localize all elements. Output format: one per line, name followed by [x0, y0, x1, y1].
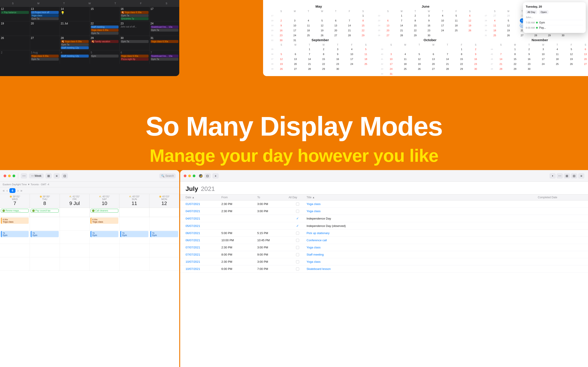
list-row-9[interactable]: 10/07/2021 2:30 PM 3:00 PM Yoga class [180, 258, 588, 265]
time-cell-fri-9a[interactable] [60, 257, 90, 271]
time-cell-fri-7a[interactable] [60, 231, 90, 244]
time-cell-thu-8a[interactable] [30, 244, 60, 257]
cal-event-gym-24[interactable]: Gym 7a [151, 29, 179, 32]
cal-event-pizzanight[interactable]: Pizza night 8p [121, 58, 148, 61]
cal-cell-28[interactable]: 28 🍕 Yoga class 6:30a Gym 7a Staff meeti… [60, 36, 90, 50]
time-cell-thu-630[interactable] [30, 217, 60, 230]
row10-checkbox[interactable] [296, 267, 299, 271]
list-add-button[interactable]: + [212, 173, 219, 179]
time-cell-sat-9a[interactable] [90, 257, 120, 271]
close-button[interactable] [4, 175, 6, 177]
cal-event-gym-22[interactable]: Gym 7a [91, 32, 119, 35]
time-cell-thu-9a[interactable] [30, 257, 60, 271]
list-row-4[interactable]: 05/07/2021 ✓ Independence Day (observed) [180, 222, 588, 230]
list-row-10[interactable]: 10/07/2021 6:00 PM 7:00 PM Skateboard le… [180, 265, 588, 273]
row7-checkbox[interactable] [296, 246, 299, 249]
nav-next-next-button[interactable]: » [20, 189, 22, 193]
event-pay-council[interactable]: 🟢 Pay council tax [31, 209, 59, 213]
open-button[interactable]: Open [539, 10, 549, 14]
allday-sat[interactable]: 🟢 Call cleaners [90, 208, 120, 217]
maximize-button[interactable] [13, 175, 15, 177]
cal-cell-20[interactable]: 20 [30, 21, 60, 36]
nav-prev-prev-button[interactable]: « [3, 189, 5, 193]
time-cell-mon-8a[interactable] [149, 244, 179, 257]
gym-mon[interactable]: 7a Gym [150, 231, 178, 237]
list-row-5[interactable]: 06/07/2021 5:00 PM 5:15 PM Pick up stati… [180, 230, 588, 237]
time-cell-thu-7a[interactable]: 7a Gym [30, 231, 60, 244]
time-cell-fri-630[interactable] [60, 217, 90, 230]
cal-event-staffmeeting-28[interactable]: Staff meeting 12p [61, 46, 89, 49]
time-cell-wed-8a[interactable] [0, 244, 30, 257]
event-call-cleaners[interactable]: 🟢 Call cleaners [91, 209, 118, 213]
time-cell-wed-7a[interactable]: 7a Gym [0, 231, 30, 244]
cal-cell-12[interactable]: 12 ✓ Pay balance [0, 7, 30, 21]
row6-checkbox[interactable] [296, 239, 299, 242]
list-dot-icon[interactable]: • [549, 173, 556, 179]
cal-event-skateboard-7aug[interactable]: Skateboard les... 10a [151, 55, 179, 58]
col-header-from[interactable]: From [221, 196, 257, 199]
cal-cell-3aug[interactable]: 3 Aug Yoga class 6:30a Gym 7a [30, 50, 60, 64]
time-cell-sat-8a[interactable] [90, 244, 120, 257]
cal-event-gym-16[interactable]: Gym 7a [121, 14, 148, 17]
event-renew-mag[interactable]: 🟢 Renew maga... [1, 209, 29, 213]
gym-thu[interactable]: 7a Gym [31, 231, 59, 237]
time-cell-sun-9a[interactable] [120, 257, 149, 271]
sidebar-toggle-button[interactable]: ⋯ [21, 173, 27, 179]
list-row-2[interactable]: 04/07/2021 2:30 PM 3:00 PM Yoga class [180, 208, 588, 215]
col-header-to[interactable]: To [257, 196, 289, 199]
list-maximize-button[interactable] [193, 175, 195, 177]
week-col-thu[interactable]: ☀️ 38°/30° THU 8 [30, 194, 60, 208]
week-col-fri[interactable]: ⛅ 41°/31° FRI 9 Jul [60, 194, 90, 208]
cal-cell-17[interactable]: 17 [150, 7, 180, 21]
cal-cell-29[interactable]: 29 🍕 Family vacation [90, 36, 120, 50]
cal-event-yogaclass-16[interactable]: 🍕 Yoga class 6:30a [121, 11, 148, 14]
cal-event-staffmeeting-22[interactable]: Staff meeting [91, 25, 119, 28]
cal-event-gym-7aug[interactable]: Gym 7a [151, 58, 179, 61]
list-grid-icon[interactable]: ⊞ [564, 173, 570, 179]
week-col-wed[interactable]: ☀️ 39°/31° WED 7 [0, 194, 30, 208]
cal-cell-5aug[interactable]: 5 Gym [90, 50, 120, 64]
week-col-mon[interactable]: ☀️ 40°/33° MON 12 [149, 194, 179, 208]
allday-wed[interactable]: 🟢 Renew maga... [0, 208, 30, 217]
cal-event-familyvacation[interactable]: 🍕 Family vacation [91, 40, 119, 43]
cal-cell-27[interactable]: 27 [30, 36, 60, 50]
gym-wed[interactable]: 7a Gym [1, 231, 29, 237]
gym-sun[interactable]: 7a Gym [120, 231, 148, 237]
time-cell-fri-8a[interactable] [60, 244, 90, 257]
cal-cell-19[interactable]: 19 [0, 21, 30, 36]
cal-event-yoga-3aug[interactable]: Yoga class 6:30a [31, 55, 59, 58]
time-cell-mon-7a[interactable]: 7a Gym [149, 231, 179, 244]
list-row-7[interactable]: 07/07/2021 2:30 PM 3:00 PM Yoga class [180, 244, 588, 251]
week-col-sun[interactable]: ⛅ 40°/33° SUN 11 [120, 194, 149, 208]
allday-mon[interactable] [149, 208, 179, 217]
cal-cell-2aug[interactable]: 2 [0, 50, 30, 64]
col-header-completed[interactable]: Completed Date [538, 196, 583, 199]
minimize-button[interactable] [8, 175, 11, 177]
cal-event-skateboard-24[interactable]: Skateboard les... 10a [151, 25, 179, 28]
cal-cell-4aug[interactable]: 4 Staff meeting 12p [60, 50, 90, 64]
search-box[interactable]: 🔍 Search [159, 174, 176, 178]
cal-event-paybalance[interactable]: ✓ Pay balance [1, 11, 29, 14]
cal-cell-7aug[interactable]: 7 Skateboard les... 10a Gym 7a [150, 50, 180, 64]
cal-cell-13[interactable]: 13 13 Project kick off Yoga class Gym 7a [30, 7, 60, 21]
time-cell-mon-630[interactable] [149, 217, 179, 230]
list-row-6[interactable]: 06/07/2021 10:00 PM 10:45 PM Conference … [180, 237, 588, 244]
cal-event-groceries[interactable]: Groceries 7p [121, 17, 148, 20]
nav-next-button[interactable]: › [17, 189, 18, 193]
cal-event-gym-30[interactable]: Gym 7a [121, 40, 148, 43]
list-lines-icon[interactable]: ≡ [578, 173, 584, 179]
cal-cell-22[interactable]: 22 Staff meeting Yoga class 6:30a Gym 7a [90, 21, 120, 36]
cal-event-staffmeeting-4aug[interactable]: Staff meeting 12p [61, 55, 89, 58]
allday-fri[interactable] [60, 208, 90, 217]
allday-thu[interactable]: 🟢 Pay council tax [30, 208, 60, 217]
split-icon-button[interactable]: ⊡ [62, 173, 68, 179]
cal-event-gym-28[interactable]: Gym 7a [61, 43, 89, 46]
yoga-wed[interactable]: 6:30a Yoga class [1, 217, 29, 224]
cal-event-gym-5aug[interactable]: Gym [91, 55, 119, 58]
row9-checkbox[interactable] [296, 260, 299, 263]
cal-event-projectkickoff[interactable]: 13 Project kick off [31, 11, 59, 14]
time-cell-wed-9a[interactable] [0, 257, 30, 271]
cal-event-gym-13[interactable]: Gym 7a [31, 17, 59, 20]
row5-checkbox[interactable] [296, 232, 299, 235]
time-cell-sat-7a[interactable]: 7a Gym [90, 231, 120, 244]
